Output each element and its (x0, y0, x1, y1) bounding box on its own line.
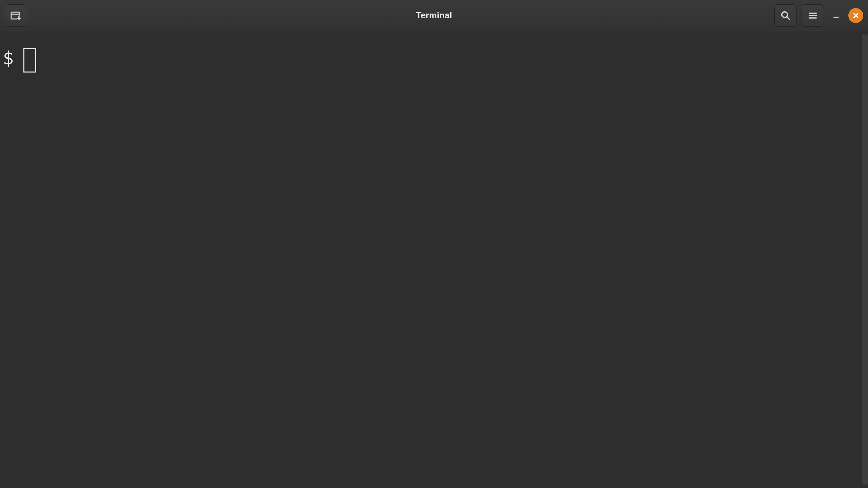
headerbar-right (774, 4, 863, 27)
headerbar-left (5, 4, 27, 27)
window-title: Terminal (416, 10, 452, 21)
search-icon (781, 11, 791, 21)
vertical-scrollbar[interactable] (862, 34, 868, 485)
hamburger-menu-icon (808, 11, 817, 20)
close-button[interactable] (848, 8, 863, 23)
minimize-button[interactable] (829, 8, 844, 23)
new-tab-icon (11, 10, 21, 21)
terminal-content-area[interactable]: $ (0, 31, 868, 488)
close-icon (852, 12, 860, 19)
search-button[interactable] (774, 4, 797, 27)
svg-line-6 (787, 17, 790, 19)
terminal-prompt: $ (3, 48, 14, 68)
terminal-cursor (23, 48, 36, 73)
hamburger-menu-button[interactable] (802, 4, 824, 27)
headerbar: Terminal (0, 0, 868, 31)
minimize-icon (833, 12, 840, 19)
new-tab-button[interactable] (5, 4, 27, 27)
